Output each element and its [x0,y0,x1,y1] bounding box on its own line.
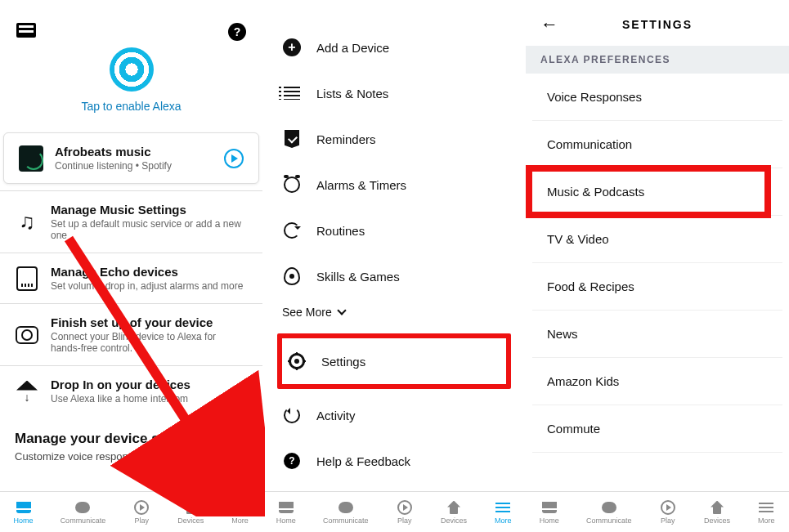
nav-devices[interactable]: Devices [177,500,204,525]
card-sub: Use Alexa like a home intercom [51,393,248,405]
play-icon[interactable] [224,149,244,168]
reminder-icon [285,130,299,148]
chevron-down-icon [337,306,346,315]
nav-play[interactable]: Play [396,500,414,525]
bottom-nav: Home Communicate Play Devices More [526,491,789,532]
section-header: ALEXA PREFERENCES [526,46,789,74]
communicate-icon [602,502,616,513]
card-sub: Set up a default music service or add a … [51,218,248,241]
row-settings[interactable]: Settings [277,333,511,389]
nav-communicate[interactable]: Communicate [323,500,369,525]
card-title: Afrobeats music [55,145,213,159]
nav-home[interactable]: Home [276,500,296,525]
nav-more[interactable]: More [757,500,775,525]
item-communication[interactable]: Communication [532,121,782,168]
help-icon[interactable]: ? [228,23,246,41]
gear-icon [289,353,305,369]
more-icon [232,503,247,512]
card-drop-in[interactable]: Drop In on your devices Use Alexa like a… [0,365,262,416]
alexa-logo-icon[interactable] [110,47,154,92]
nav-communicate[interactable]: Communicate [61,500,106,525]
card-finish-setup[interactable]: Finish set up of your device Connect you… [0,303,262,365]
tap-enable-link[interactable]: Tap to enable Alexa [0,100,262,113]
row-lists-notes[interactable]: Lists & Notes [277,70,511,116]
row-routines[interactable]: Routines [277,208,511,253]
card-sub: Connect your Blink device to Alexa for h… [51,331,248,354]
row-reminders[interactable]: Reminders [277,116,511,162]
list-icon [284,87,300,100]
devices-icon [184,501,197,514]
item-commute[interactable]: Commute [532,405,782,453]
item-voice-responses[interactable]: Voice Responses [532,74,782,121]
communicate-icon [338,502,353,513]
section-heading: Manage your device settings Customize vo… [0,416,262,463]
home-icon [16,502,31,513]
camera-icon [16,326,38,344]
more-icon [759,503,773,512]
item-food-recipes[interactable]: Food & Recipes [532,263,782,311]
nav-home[interactable]: Home [540,500,559,525]
settings-screen: ← SETTINGS ALEXA PREFERENCES Voice Respo… [526,0,789,532]
play-nav-icon [661,500,675,515]
skills-icon [284,267,300,285]
row-alarms-timers[interactable]: Alarms & Timers [277,162,511,208]
home-icon [542,502,557,513]
card-title: Manage Music Settings [51,203,248,217]
card-sub: Set volume, drop in, adjust alarms and m… [51,280,248,292]
see-more-link[interactable]: See More [277,299,511,330]
nav-home[interactable]: Home [14,500,34,525]
home-screen: ? Tap to enable Alexa Afrobeats music Co… [0,0,262,532]
item-music-podcasts[interactable]: Music & Podcasts [532,168,782,216]
row-add-device[interactable]: + Add a Device [277,25,511,70]
item-news[interactable]: News [532,311,782,358]
overflow-icon[interactable]: ⋮ [226,449,246,463]
section-sub: Customize voice responses, adjust [15,450,248,463]
row-help-feedback[interactable]: ? Help & Feedback [277,438,511,484]
card-echo-devices[interactable]: Manage Echo devices Set volume, drop in,… [0,253,262,303]
card-sub: Continue listening • Spotify [55,160,213,172]
alarm-icon [284,177,300,193]
play-nav-icon [134,500,149,515]
item-amazon-kids[interactable]: Amazon Kids [532,358,782,405]
activity-icon [284,407,300,423]
nav-play[interactable]: Play [659,500,677,525]
devices-icon [447,501,460,514]
help-icon: ? [284,453,300,469]
card-music-settings[interactable]: ♫ Manage Music Settings Set up a default… [0,190,262,253]
back-arrow-icon[interactable]: ← [540,14,558,35]
nav-more[interactable]: More [231,500,249,525]
card-title: Manage Echo devices [51,265,248,279]
music-note-icon: ♫ [19,209,35,235]
item-tv-video[interactable]: TV & Video [532,216,782,263]
nav-devices[interactable]: Devices [704,500,730,525]
nav-more[interactable]: More [494,500,512,525]
section-title: Manage your device settings [15,431,248,447]
play-nav-icon [397,500,412,515]
nav-devices[interactable]: Devices [441,500,467,525]
bottom-nav: Home Communicate Play Devices More [262,491,526,532]
card-title: Drop In on your devices [51,378,248,391]
keyboard-icon[interactable] [16,23,36,38]
drop-in-icon [16,381,38,402]
echo-icon [16,266,38,291]
row-activity[interactable]: Activity [277,392,511,438]
plus-icon: + [283,38,301,56]
bottom-nav: Home Communicate Play Devices More [0,491,262,532]
page-title: SETTINGS [622,18,693,31]
row-skills-games[interactable]: Skills & Games [277,253,511,299]
routine-icon [284,222,300,239]
nav-communicate[interactable]: Communicate [586,500,632,525]
more-icon [495,503,510,512]
card-title: Finish set up of your device [51,315,248,329]
nav-play[interactable]: Play [132,500,150,525]
communicate-icon [75,502,90,513]
devices-icon [711,501,724,514]
album-art-icon [19,145,43,172]
card-afrobeats[interactable]: Afrobeats music Continue listening • Spo… [3,132,259,184]
more-screen: + Add a Device Lists & Notes Reminders A… [262,0,526,532]
home-icon [279,502,294,513]
